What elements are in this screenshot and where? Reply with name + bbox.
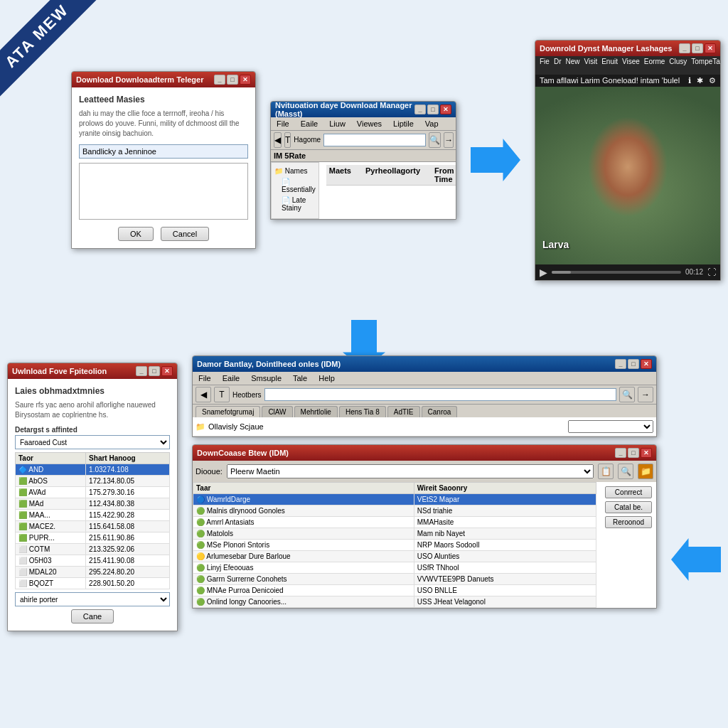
settings-icon[interactable]: ✱ <box>697 76 703 85</box>
dialog-close-btn[interactable]: ✕ <box>240 75 251 85</box>
video-player[interactable]: Larva <box>535 87 720 264</box>
table-cell-name: 🔷 AND <box>16 464 86 476</box>
table-row[interactable]: 🟩 AbOS172.134.80.05 <box>16 476 170 487</box>
table-row[interactable]: ⬜ MDAL20295.224.80.20 <box>16 567 170 578</box>
brew-record-btn[interactable]: Reroonod <box>605 516 652 528</box>
dialog-textarea[interactable] <box>79 163 248 220</box>
table-row[interactable]: 🟩 MACE2.115.641.58.08 <box>16 521 170 532</box>
vmenu-eorme[interactable]: Eorme <box>644 58 665 73</box>
table-row[interactable]: 🟩 MAA...115.422.90.28 <box>16 510 170 521</box>
idm-close-btn[interactable]: ✕ <box>440 105 451 114</box>
table-row[interactable]: 🟢 MNAe Purroa DenicoiedUSO BNLLE <box>193 585 596 596</box>
table-row[interactable]: 🟢 Linyj EfeoouasUSfR TNhool <box>193 562 596 574</box>
tab-henstia8[interactable]: Hens Tia 8 <box>339 406 386 417</box>
menu-vap[interactable]: Vap <box>422 119 441 129</box>
tab-snamefotgrumaj[interactable]: Snamefotgrumaj <box>196 406 260 417</box>
table-row[interactable]: 🟢 MSe Plonori SntorisNRP Maors Sodooll <box>193 540 596 551</box>
table-row[interactable]: 🟩 PUPR...215.611.90.86 <box>16 532 170 544</box>
back-btn[interactable]: ◀ <box>274 132 282 148</box>
video-min-btn[interactable]: _ <box>679 43 690 53</box>
df-bottom-dropdown[interactable]: ahirle porter <box>15 592 170 606</box>
dialog-max-btn[interactable]: □ <box>227 75 238 85</box>
df-category-dropdown[interactable]: Faaroaed Cust <box>15 435 170 449</box>
bidm-address-input[interactable] <box>264 388 616 401</box>
df-min-btn[interactable]: _ <box>136 366 147 376</box>
bidm-back-btn[interactable]: ◀ <box>196 387 211 402</box>
folder-dropdown[interactable] <box>568 420 653 433</box>
tab-mehrtlolie[interactable]: Mehrtlolie <box>294 406 338 417</box>
tab-adtie[interactable]: AdTIE <box>387 406 420 417</box>
search-btn[interactable]: 🔍 <box>429 132 441 148</box>
menu-file[interactable]: File <box>274 119 292 129</box>
discover-btn3[interactable]: 📁 <box>638 464 653 479</box>
dialog-input-field[interactable] <box>79 144 248 159</box>
brew-cancel-btn[interactable]: Catal be. <box>605 501 652 513</box>
info-icon[interactable]: ℹ <box>688 76 691 85</box>
tab-canroa[interactable]: Canroa <box>422 406 458 417</box>
play-icon[interactable]: ▶ <box>540 267 547 278</box>
video-close-btn[interactable]: ✕ <box>705 43 716 53</box>
discover-btn2[interactable]: 🔍 <box>618 464 633 479</box>
idm-max-btn[interactable]: □ <box>427 105 439 114</box>
table-row[interactable]: 🟢 Garrn Surrerne ConohetsVVWVTEE9PB Danu… <box>193 574 596 585</box>
table-row[interactable]: 🟢 Malnis dlrynood GonolesNSd triahie <box>193 505 596 517</box>
dialog-cancel-btn[interactable]: Cancel <box>161 227 209 241</box>
idm-min-btn[interactable]: _ <box>414 105 426 114</box>
bidm-menu-help[interactable]: Help <box>316 373 338 383</box>
df-max-btn[interactable]: □ <box>149 366 160 376</box>
table-row[interactable]: 🟩 AVAd175.279.30.16 <box>16 487 170 498</box>
menu-eaile[interactable]: Eaile <box>298 119 321 129</box>
video-restore-btn[interactable]: □ <box>692 43 703 53</box>
table-row[interactable]: 🔷 AND1.03274.108 <box>16 464 170 476</box>
vmenu-clusy[interactable]: Clusy <box>669 58 687 73</box>
table-row[interactable]: 🟡 Arlumesebar Dure BarloueUSO Alunties <box>193 551 596 562</box>
table-row[interactable]: ⬜ O5H03215.411.90.08 <box>16 555 170 567</box>
table-row[interactable]: 🔵 WamrldDargeVEtS2 Mapar <box>193 494 596 505</box>
table-row[interactable]: ⬜ COTM213.325.92.06 <box>16 544 170 555</box>
db-max-btn[interactable]: □ <box>628 448 639 458</box>
vmenu-tompetaloie[interactable]: TompeTaloie <box>691 58 721 73</box>
bidm-menu-tale[interactable]: Tale <box>290 373 310 383</box>
vmenu-dr[interactable]: Dr <box>554 58 562 73</box>
discover-dropdown[interactable]: Pleerw Maetin <box>227 464 594 478</box>
bidm-fwd-btn[interactable]: T <box>214 387 230 402</box>
table-row[interactable]: ⬜ BQOZT228.901.50.20 <box>16 578 170 589</box>
bidm-min-btn[interactable]: _ <box>615 359 626 369</box>
table-row[interactable]: 🟢 Amrrl AntasiatsMMAHasite <box>193 517 596 528</box>
bidm-menu-file[interactable]: File <box>196 373 214 383</box>
bidm-close-btn[interactable]: ✕ <box>641 359 652 369</box>
bidm-max-btn[interactable]: □ <box>628 359 639 369</box>
fullscreen-icon[interactable]: ⛶ <box>707 267 716 277</box>
discover-btn1[interactable]: 📋 <box>598 464 614 479</box>
menu-liuw[interactable]: Liuw <box>326 119 348 129</box>
video-progress-bar[interactable] <box>552 271 681 274</box>
bidm-menu-smsuple[interactable]: Smsuple <box>248 373 284 383</box>
table-cell-name: ⬜ BQOZT <box>16 578 86 589</box>
vmenu-visit[interactable]: Visit <box>584 58 597 73</box>
table-row[interactable]: 🟢 Onlind longy Canoories...USS JHeat Vel… <box>193 596 596 608</box>
menu-liptile[interactable]: Liptile <box>390 119 417 129</box>
table-row[interactable]: 🟩 MAd112.434.80.38 <box>16 498 170 510</box>
vmenu-new[interactable]: New <box>565 58 579 73</box>
vmenu-enuit[interactable]: Enuit <box>601 58 618 73</box>
dialog-min-btn[interactable]: _ <box>214 75 225 85</box>
db-close-btn[interactable]: ✕ <box>641 448 652 458</box>
fw-btn[interactable]: T <box>284 132 291 148</box>
go-btn[interactable]: → <box>444 132 454 148</box>
vmenu-visee[interactable]: Visee <box>622 58 640 73</box>
tab-claw[interactable]: ClAW <box>262 406 292 417</box>
main-idm-title: Nvituoation daye Download Manager (Masst… <box>275 101 414 118</box>
df-cancel-btn[interactable]: Cane <box>71 609 114 623</box>
gear-icon[interactable]: ⚙ <box>709 76 716 85</box>
df-close-btn[interactable]: ✕ <box>161 366 173 376</box>
brew-connect-btn[interactable]: Conrrect <box>605 486 652 498</box>
vmenu-fie[interactable]: Fie <box>540 58 550 73</box>
bidm-go-btn[interactable]: → <box>638 387 653 402</box>
table-row[interactable]: 🟢 MatololsMam nib Nayet <box>193 528 596 540</box>
bidm-menu-eaile[interactable]: Eaile <box>220 373 242 383</box>
menu-viewes[interactable]: Viewes <box>354 119 385 129</box>
dialog-ok-btn[interactable]: OK <box>118 227 154 241</box>
bidm-search-btn[interactable]: 🔍 <box>619 387 635 402</box>
db-min-btn[interactable]: _ <box>615 448 626 458</box>
address-bar-input[interactable] <box>323 134 426 146</box>
